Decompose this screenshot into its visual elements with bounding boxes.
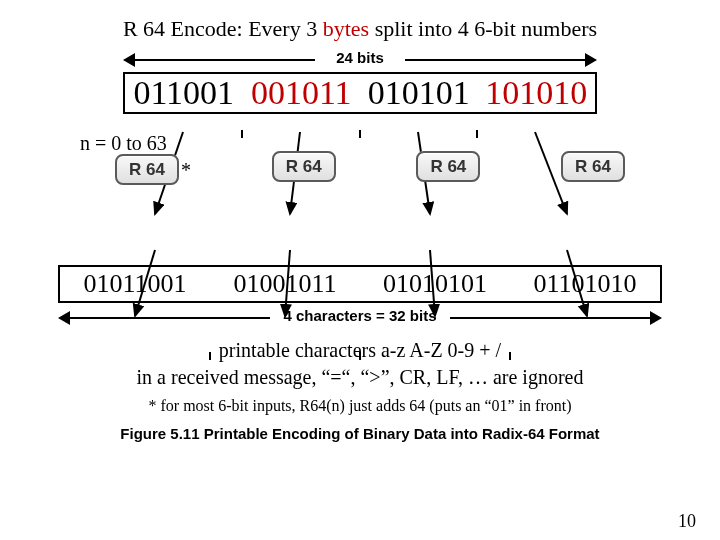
output-32bit-box: 01011001 01001011 01010101 01101010 [58, 265, 662, 303]
arrow-right-icon [585, 53, 597, 67]
input-group: 101010 [478, 74, 596, 112]
span-line [60, 317, 270, 319]
r64-badge: R 64 [416, 151, 480, 182]
arrow-right-icon [650, 311, 662, 325]
span-line [405, 59, 595, 61]
input-group: 001011 [243, 74, 361, 112]
page-number: 10 [678, 511, 696, 532]
output-group: 01001011 [210, 267, 360, 301]
output-group: 01011001 [60, 267, 210, 301]
r64-badge: R 64 [115, 154, 179, 185]
r64-badge: R 64 [561, 151, 625, 182]
input-group: 011001 [125, 74, 243, 112]
ignored-chars-text: in a received message, “=“, “>”, CR, LF,… [40, 366, 680, 389]
r64-badge: R 64 [272, 151, 336, 182]
footnote-star: * [181, 159, 191, 181]
footnote-text: * for most 6-bit inputs, R64(n) just add… [40, 397, 680, 415]
figure-caption: Figure 5.11 Printable Encoding of Binary… [40, 425, 680, 442]
n-range-label: n = 0 to 63 [80, 132, 220, 155]
span-line [450, 317, 660, 319]
output-group: 01010101 [360, 267, 510, 301]
input-group: 010101 [360, 74, 478, 112]
output-group: 01101010 [510, 267, 660, 301]
title-prefix: R 64 Encode: Every 3 [123, 16, 323, 41]
title-red-word: bytes [323, 16, 369, 41]
r64-badge-row: R 64* R 64 R 64 R 64 [115, 157, 625, 197]
span-32bits: 4 characters = 32 bits [60, 307, 660, 329]
printable-chars-text: printable characters a-z A-Z 0-9 + / [40, 339, 680, 362]
span-24bits-label: 24 bits [336, 49, 384, 66]
input-24bit-box: 011001 001011 010101 101010 [123, 72, 597, 114]
span-24bits: 24 bits [125, 50, 595, 70]
title-suffix: split into 4 6-bit numbers [369, 16, 597, 41]
span-line [125, 59, 315, 61]
span-32bits-label: 4 characters = 32 bits [283, 307, 436, 324]
slide-title: R 64 Encode: Every 3 bytes split into 4 … [40, 16, 680, 42]
